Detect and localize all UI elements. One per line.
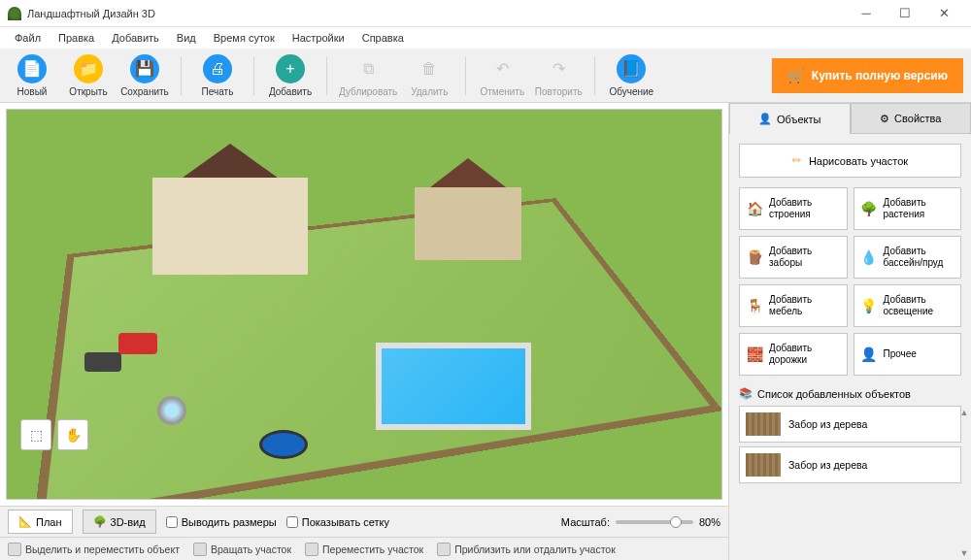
viewport-3d[interactable]: ⬚ ✋ [6, 109, 722, 500]
category-grid: 🏠Добавить строения 🌳Добавить растения 🪵Д… [729, 187, 971, 376]
mouse-icon [193, 543, 207, 556]
folder-icon: 📁 [74, 54, 103, 83]
hint-rotate: Вращать участок [193, 543, 291, 556]
cat-pool[interactable]: 💧Добавить бассейн/пруд [854, 236, 962, 279]
duplicate-button: ⧉Дублировать [339, 54, 397, 97]
scale-slider[interactable] [616, 520, 693, 524]
view-bar: 📐 План 🌳 3D-вид Выводить размеры Показыв… [0, 506, 728, 537]
delete-button: 🗑Удалить [405, 54, 453, 97]
file-icon: 📄 [17, 54, 47, 83]
mouse-icon [437, 543, 451, 556]
cart-icon: 🛒 [787, 68, 804, 83]
lamp-icon: 💡 [860, 297, 878, 314]
toolbar: 📄Новый 📁Открыть 💾Сохранить 🖨Печать +Доба… [0, 49, 971, 103]
minimize-button[interactable]: ─ [847, 0, 886, 27]
learn-button[interactable]: 📘Обучение [607, 54, 655, 97]
checkbox-dimensions[interactable]: Выводить размеры [166, 516, 277, 528]
add-button[interactable]: +Добавить [266, 54, 315, 97]
cat-fences[interactable]: 🪵Добавить заборы [739, 236, 848, 279]
undo-button: ↶Отменить [478, 54, 526, 97]
sidebar: 👤 Объекты ⚙ Свойства ✏Нарисовать участок… [728, 103, 971, 560]
duplicate-icon: ⧉ [353, 54, 383, 83]
plus-icon: + [276, 54, 305, 83]
cat-furniture[interactable]: 🪑Добавить мебель [739, 284, 848, 327]
undo-icon: ↶ [487, 54, 517, 83]
print-button[interactable]: 🖨Печать [193, 54, 242, 97]
separator [594, 56, 595, 95]
titlebar: Ландшафтный Дизайн 3D ─ ☐ ✕ [0, 0, 971, 27]
print-icon: 🖨 [203, 54, 232, 83]
menu-daytime[interactable]: Время суток [205, 29, 284, 47]
scale-label: Масштаб: [561, 516, 610, 528]
close-button[interactable]: ✕ [924, 0, 963, 27]
list-item[interactable]: Забор из дерева [739, 446, 961, 483]
hint-move: Переместить участок [305, 543, 423, 556]
cat-paths[interactable]: 🧱Добавить дорожки [739, 333, 848, 376]
tab-plan[interactable]: 📐 План [8, 510, 73, 534]
draw-plot-button[interactable]: ✏Нарисовать участок [739, 144, 961, 178]
tree-icon: 🌳 [860, 200, 878, 217]
cat-other[interactable]: 👤Прочее [854, 333, 962, 376]
brick-icon: 🧱 [746, 346, 763, 363]
cat-buildings[interactable]: 🏠Добавить строения [739, 187, 848, 230]
menu-file[interactable]: Файл [6, 29, 50, 47]
statusbar: Выделить и переместить объект Вращать уч… [0, 537, 728, 560]
separator [326, 56, 327, 95]
other-icon: 👤 [860, 346, 878, 363]
window-title: Ландшафтный Дизайн 3D [27, 8, 847, 19]
scene [7, 110, 721, 499]
chevron-down-icon: ▼ [960, 548, 969, 558]
menu-add[interactable]: Добавить [103, 29, 168, 47]
save-button[interactable]: 💾Сохранить [120, 54, 169, 97]
checkbox-grid[interactable]: Показывать сетку [286, 516, 389, 528]
book-icon: 📘 [617, 54, 646, 83]
list-item[interactable]: Забор из дерева [739, 406, 961, 443]
open-button[interactable]: 📁Открыть [64, 54, 113, 97]
cat-plants[interactable]: 🌳Добавить растения [854, 187, 962, 230]
house-icon: 🏠 [746, 200, 763, 217]
orbit-tool[interactable]: ⬚ [20, 419, 51, 450]
mouse-icon [8, 543, 21, 556]
objects-list: Забор из дерева Забор из дерева [729, 406, 971, 483]
menu-view[interactable]: Вид [168, 29, 205, 47]
pan-tool[interactable]: ✋ [57, 419, 88, 450]
tab-objects[interactable]: 👤 Объекты [729, 103, 851, 134]
fence-thumb-icon [746, 412, 781, 436]
menubar: Файл Правка Добавить Вид Время суток Нас… [0, 27, 971, 49]
tab-3d[interactable]: 🌳 3D-вид [83, 510, 156, 534]
scrollbar[interactable]: ▲▼ [959, 406, 969, 560]
tab-properties[interactable]: ⚙ Свойства [851, 103, 972, 134]
scale-value: 80% [699, 516, 720, 528]
cat-lighting[interactable]: 💡Добавить освещение [854, 284, 962, 327]
chevron-up-icon: ▲ [960, 408, 969, 417]
trash-icon: 🗑 [415, 54, 444, 83]
menu-help[interactable]: Справка [353, 29, 413, 47]
menu-settings[interactable]: Настройки [284, 29, 353, 47]
separator [253, 56, 254, 95]
mouse-icon [305, 543, 318, 556]
separator [465, 56, 466, 95]
fence-thumb-icon [746, 453, 781, 477]
menu-edit[interactable]: Правка [50, 29, 103, 47]
save-icon: 💾 [130, 54, 159, 83]
buy-button[interactable]: 🛒Купить полную версию [772, 58, 963, 93]
maximize-button[interactable]: ☐ [886, 0, 924, 27]
chair-icon: 🪑 [746, 297, 763, 314]
new-button[interactable]: 📄Новый [8, 54, 56, 97]
water-icon: 💧 [860, 248, 878, 266]
hint-select: Выделить и переместить объект [8, 543, 180, 556]
pencil-icon: ✏ [792, 154, 801, 167]
separator [181, 56, 182, 95]
redo-icon: ↷ [544, 54, 573, 83]
objects-list-header: 📚 Список добавленных объектов [739, 387, 961, 400]
app-logo-icon [8, 7, 21, 20]
redo-button: ↷Повторить [534, 54, 583, 97]
hint-zoom: Приблизить или отдалить участок [437, 543, 616, 556]
fence-icon: 🪵 [746, 248, 763, 266]
